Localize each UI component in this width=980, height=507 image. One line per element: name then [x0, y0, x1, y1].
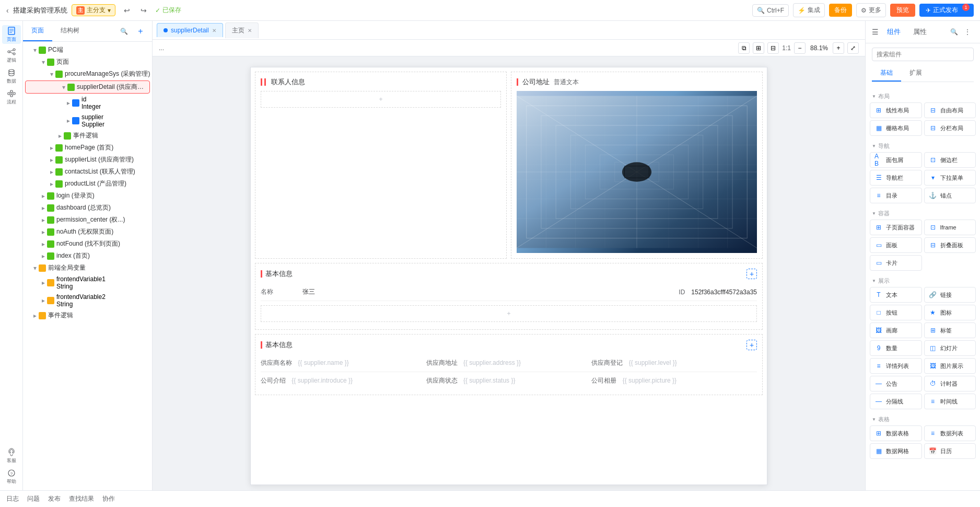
- tree-supplier-detail[interactable]: ▾ supplierDetail (供应商详情): [25, 80, 150, 94]
- tree-id-field[interactable]: ▸ id Integer: [23, 94, 152, 112]
- tree-no-auth[interactable]: ▸ noAuth (无权限页面): [23, 226, 152, 238]
- comp-panel[interactable]: ▭ 面板: [870, 237, 922, 253]
- bottom-tab-issues[interactable]: 问题: [27, 494, 40, 503]
- comp-link[interactable]: 🔗 链接: [924, 287, 976, 303]
- comp-anchor[interactable]: ⚓ 锚点: [924, 188, 976, 203]
- comp-navbar[interactable]: ☰ 导航栏: [870, 170, 922, 186]
- right-tab-properties[interactable]: 属性: [909, 25, 931, 39]
- bottom-tab-collab[interactable]: 协作: [102, 494, 115, 503]
- tree-supplier-field[interactable]: ▸ supplier Supplier: [23, 112, 152, 130]
- tree-frontend-var2[interactable]: ▸ frontendVariable2 String: [23, 292, 152, 309]
- comp-linear-layout[interactable]: ⊞ 线性布局: [870, 102, 922, 118]
- file-tree-add-button[interactable]: +: [133, 24, 148, 39]
- comp-data-table[interactable]: ⊞ 数据表格: [870, 425, 922, 441]
- backup-button[interactable]: 备份: [829, 4, 852, 17]
- right-tab-components[interactable]: 组件: [883, 25, 905, 39]
- back-button[interactable]: ‹: [6, 6, 9, 15]
- comp-notice[interactable]: — 公告: [870, 376, 922, 391]
- right-menu-icon[interactable]: ⋮: [961, 26, 974, 38]
- preview-button[interactable]: 预览: [890, 4, 915, 17]
- tree-event-logic-sub[interactable]: ▸ 事件逻辑: [23, 130, 152, 142]
- tree-product-list[interactable]: ▸ productList (产品管理): [23, 178, 152, 190]
- comp-data-list[interactable]: ≡ 数据列表: [924, 425, 976, 441]
- sidebar-item-process[interactable]: 流程: [2, 88, 21, 107]
- comp-iframe[interactable]: ⊡ Iframe: [924, 220, 976, 235]
- tree-homepage[interactable]: ▸ homePage (首页): [23, 142, 152, 154]
- tree-login[interactable]: ▸ login (登录页): [23, 190, 152, 202]
- tree-pages-folder[interactable]: ▾ 页面: [23, 56, 152, 68]
- contact-add-area[interactable]: +: [261, 91, 501, 108]
- tree-procure-folder[interactable]: ▾ procureManageSys (采购管理): [23, 68, 152, 80]
- section-add-button[interactable]: +: [746, 269, 757, 279]
- comp-image[interactable]: 🖼 画廊: [870, 322, 922, 338]
- tree-event-logic[interactable]: ▸ 事件逻辑: [23, 309, 152, 321]
- comp-timer[interactable]: ⏱ 计时器: [924, 376, 976, 391]
- comp-sidebar[interactable]: ⊡ 侧边栏: [924, 152, 976, 168]
- tree-dashboard[interactable]: ▸ dashboard (总览页): [23, 202, 152, 214]
- comp-column-layout[interactable]: ⊟ 分栏布局: [924, 120, 976, 136]
- file-tree-tab-pages[interactable]: 页面: [23, 21, 52, 41]
- file-tree-search-button[interactable]: 🔍: [116, 24, 131, 39]
- tree-index[interactable]: ▸ index (首页): [23, 250, 152, 262]
- tree-frontend-var1[interactable]: ▸ frontendVariable1 String: [23, 274, 152, 292]
- comp-subpage[interactable]: ⊞ 子页面容器: [870, 220, 922, 235]
- tree-pc[interactable]: ▾ PC端: [23, 44, 152, 56]
- comp-card[interactable]: ▭ 卡片: [870, 255, 922, 271]
- comp-number[interactable]: 9 数量: [870, 340, 922, 356]
- layout-button[interactable]: ⊞: [753, 42, 764, 54]
- file-tree-tab-structure[interactable]: 结构树: [52, 21, 88, 41]
- integrate-button[interactable]: ⚡ 集成: [793, 3, 825, 17]
- comp-collapse[interactable]: ⊟ 折叠面板: [924, 237, 976, 253]
- comp-button[interactable]: □ 按钮: [870, 305, 922, 320]
- section-add-button2[interactable]: +: [746, 340, 757, 350]
- branch-button[interactable]: 主 主分支 ▾: [72, 4, 115, 16]
- tree-frontend-vars[interactable]: ▾ 前端全局变量: [23, 262, 152, 274]
- comp-image-display[interactable]: 🖼 图片展示: [924, 358, 976, 374]
- bottom-tab-publish[interactable]: 发布: [48, 494, 61, 503]
- comp-tab-basic[interactable]: 基础: [872, 65, 901, 82]
- comp-free-layout[interactable]: ⊟ 自由布局: [924, 102, 976, 118]
- tree-permission-center[interactable]: ▸ permission_center (权...): [23, 214, 152, 226]
- comp-calendar[interactable]: 📅 日历: [924, 443, 976, 459]
- sidebar-item-logic[interactable]: 逻辑: [2, 46, 21, 65]
- tree-contacts-list[interactable]: ▸ contactsList (联系人管理): [23, 166, 152, 178]
- comp-grid-layout[interactable]: ▦ 栅格布局: [870, 120, 922, 136]
- search-shortcut-button[interactable]: 🔍 Ctrl+F: [752, 4, 789, 17]
- publish-button[interactable]: ✈ 正式发布 1: [919, 4, 974, 17]
- align-button[interactable]: ⊟: [767, 42, 779, 54]
- tab-close-button[interactable]: ✕: [248, 28, 252, 33]
- bottom-tab-find[interactable]: 查找结果: [69, 494, 94, 503]
- comp-breadcrumb[interactable]: A B 面包屑: [870, 152, 922, 168]
- sidebar-item-data[interactable]: 数据: [2, 67, 21, 86]
- canvas-content[interactable]: 联系人信息 + 公司地址 普通文本: [153, 56, 865, 490]
- redo-button[interactable]: ↪: [136, 3, 151, 18]
- undo-button[interactable]: ↩: [120, 3, 134, 18]
- canvas-tab-supplier-detail[interactable]: supplierDetail ✕: [157, 23, 223, 37]
- comp-divider[interactable]: — 分隔线: [870, 394, 922, 409]
- fit-button[interactable]: ⤢: [847, 42, 859, 54]
- zoom-in-button[interactable]: +: [833, 42, 844, 54]
- sidebar-item-pages[interactable]: 页面: [2, 25, 21, 44]
- tree-not-found[interactable]: ▸ notFound (找不到页面): [23, 238, 152, 250]
- basic-info-add-area[interactable]: +: [261, 305, 757, 322]
- canvas-tab-main[interactable]: 主页 ✕: [225, 22, 259, 38]
- comp-timeline[interactable]: ≡ 时间线: [924, 394, 976, 409]
- comp-tab-extend[interactable]: 扩展: [901, 65, 930, 82]
- zoom-out-button[interactable]: −: [794, 42, 806, 54]
- sidebar-item-customer[interactable]: 客服: [2, 446, 21, 465]
- copy-button[interactable]: ⧉: [738, 42, 750, 54]
- tab-close-button[interactable]: ✕: [212, 28, 216, 33]
- bottom-tab-log[interactable]: 日志: [6, 494, 19, 503]
- comp-icon-comp[interactable]: ★ 图标: [924, 305, 976, 320]
- right-search-icon[interactable]: 🔍: [948, 26, 960, 38]
- comp-slideshow[interactable]: ◫ 幻灯片: [924, 340, 976, 356]
- more-button[interactable]: ⚙ 更多: [856, 3, 886, 17]
- comp-tag[interactable]: ⊞ 标签: [924, 322, 976, 338]
- comp-dropdown[interactable]: ▾ 下拉菜单: [924, 170, 976, 186]
- comp-menu[interactable]: ≡ 目录: [870, 188, 922, 203]
- comp-data-grid[interactable]: ▦ 数据网格: [870, 443, 922, 459]
- comp-detail-list[interactable]: ≡ 详情列表: [870, 358, 922, 374]
- component-search-input[interactable]: [872, 48, 974, 61]
- sidebar-item-help[interactable]: ? 帮助: [2, 467, 21, 486]
- comp-text[interactable]: T 文本: [870, 287, 922, 303]
